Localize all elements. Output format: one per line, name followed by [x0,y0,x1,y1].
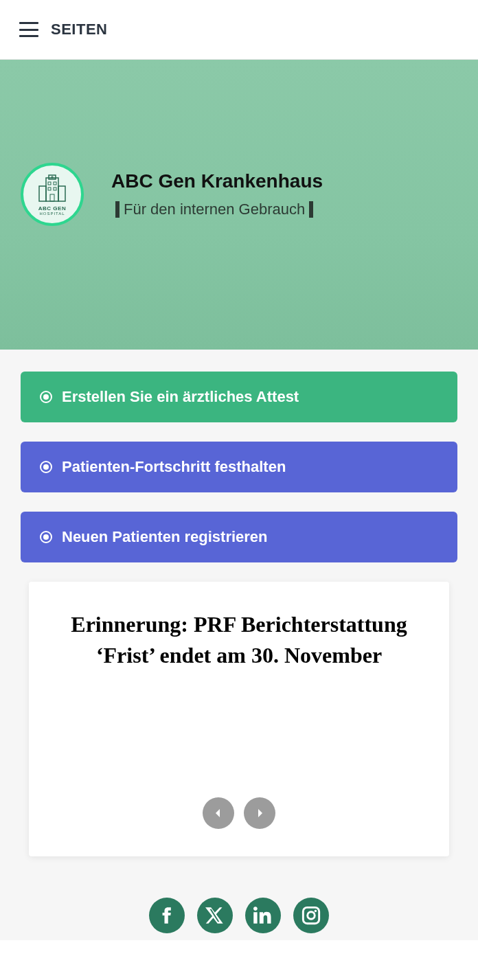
svg-rect-10 [50,194,54,201]
instagram-link[interactable] [293,898,329,933]
page-title: ABC Gen Krankenhaus [111,170,323,192]
svg-rect-7 [54,182,56,185]
page-subtitle: Für den internen Gebrauch [111,201,323,218]
next-button[interactable] [244,797,275,829]
subtitle-text: Für den internen Gebrauch [124,201,305,218]
chevron-left-icon [213,808,224,819]
logo-subtext: HOSPITAL [39,212,65,216]
prev-button[interactable] [203,797,234,829]
svg-point-13 [315,910,317,913]
action-label: Patienten-Fortschritt festhalten [62,458,286,476]
logo-text: ABC GEN [38,206,66,212]
hospital-logo: ABC GEN HOSPITAL [21,163,84,226]
reminder-card: Erinnerung: PRF Berichterstattung ‘Frist… [29,582,449,856]
facebook-link[interactable] [149,898,185,933]
radio-icon [40,461,52,473]
chevron-right-icon [254,808,265,819]
svg-rect-2 [58,186,65,201]
hamburger-menu-icon[interactable] [19,22,38,37]
hero-section: ABC GEN HOSPITAL ABC Gen Krankenhaus Für… [0,60,478,350]
create-certificate-button[interactable]: Erstellen Sie ein ärztliches Attest [21,372,457,422]
bar-icon [309,201,313,218]
facebook-icon [157,906,177,925]
menu-label[interactable]: SEITEN [51,21,107,38]
social-links [0,877,478,940]
svg-rect-11 [303,907,319,923]
hero-text: ABC Gen Krankenhaus Für den internen Geb… [111,170,323,218]
action-label: Neuen Patienten registrieren [62,528,268,546]
action-buttons: Erstellen Sie ein ärztliches Attest Pati… [0,350,478,562]
bar-icon [115,201,120,218]
svg-rect-6 [48,182,51,185]
radio-icon [40,391,52,403]
record-progress-button[interactable]: Patienten-Fortschritt festhalten [21,442,457,492]
svg-rect-1 [39,186,46,201]
reminder-title: Erinnerung: PRF Berichterstattung ‘Frist… [56,609,422,671]
action-label: Erstellen Sie ein ärztliches Attest [62,388,299,406]
register-patient-button[interactable]: Neuen Patienten registrieren [21,512,457,562]
linkedin-link[interactable] [245,898,281,933]
header-bar: SEITEN [0,0,478,60]
svg-point-12 [308,912,315,920]
carousel-nav [56,797,422,829]
radio-icon [40,531,52,543]
x-link[interactable] [197,898,233,933]
svg-rect-8 [48,187,51,190]
x-icon [205,906,225,925]
instagram-icon [301,906,321,925]
svg-rect-9 [54,187,56,190]
building-icon [36,174,68,205]
linkedin-icon [253,906,273,925]
